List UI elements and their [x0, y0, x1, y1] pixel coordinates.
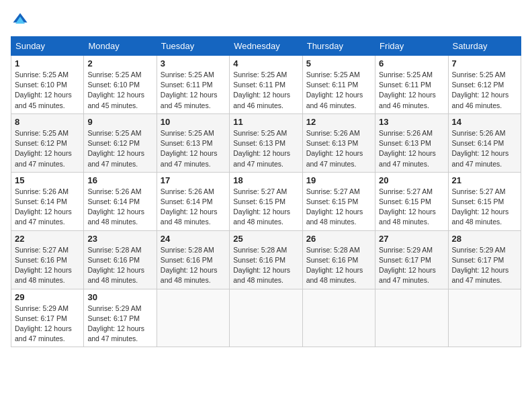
calendar-body: 1 Sunrise: 5:25 AMSunset: 6:10 PMDayligh…	[11, 56, 521, 347]
calendar-cell: 10 Sunrise: 5:25 AMSunset: 6:13 PMDaylig…	[157, 113, 229, 172]
day-number: 21	[452, 175, 517, 185]
calendar-cell: 4 Sunrise: 5:25 AMSunset: 6:11 PMDayligh…	[230, 56, 302, 114]
calendar-cell: 27 Sunrise: 5:29 AMSunset: 6:17 PMDaylig…	[375, 230, 448, 289]
day-detail: Sunrise: 5:25 AMSunset: 6:10 PMDaylight:…	[87, 71, 144, 109]
day-detail: Sunrise: 5:26 AMSunset: 6:14 PMDaylight:…	[161, 187, 218, 226]
day-detail: Sunrise: 5:29 AMSunset: 6:17 PMDaylight:…	[452, 246, 509, 285]
calendar-cell: 17 Sunrise: 5:26 AMSunset: 6:14 PMDaylig…	[157, 172, 229, 230]
day-number: 7	[452, 58, 517, 68]
day-detail: Sunrise: 5:25 AMSunset: 6:13 PMDaylight:…	[161, 129, 218, 168]
day-number: 12	[306, 117, 371, 127]
weekday-header-tuesday: Tuesday	[157, 37, 229, 56]
day-number: 23	[87, 234, 152, 244]
day-number: 6	[379, 58, 444, 68]
calendar-header-row: SundayMondayTuesdayWednesdayThursdayFrid…	[11, 37, 521, 56]
calendar-cell: 13 Sunrise: 5:26 AMSunset: 6:13 PMDaylig…	[375, 113, 448, 172]
day-number: 2	[87, 58, 152, 68]
calendar-cell: 15 Sunrise: 5:26 AMSunset: 6:14 PMDaylig…	[11, 172, 84, 230]
calendar-cell: 9 Sunrise: 5:25 AMSunset: 6:12 PMDayligh…	[84, 113, 157, 172]
calendar-cell: 25 Sunrise: 5:28 AMSunset: 6:16 PMDaylig…	[230, 230, 302, 289]
calendar-cell: 2 Sunrise: 5:25 AMSunset: 6:10 PMDayligh…	[84, 56, 157, 114]
calendar-cell: 14 Sunrise: 5:26 AMSunset: 6:14 PMDaylig…	[448, 113, 521, 172]
day-detail: Sunrise: 5:25 AMSunset: 6:11 PMDaylight:…	[379, 71, 436, 109]
calendar-cell	[302, 289, 375, 347]
weekday-header-monday: Monday	[84, 37, 157, 56]
calendar-cell	[157, 289, 229, 347]
day-number: 4	[233, 58, 298, 68]
day-number: 15	[15, 175, 80, 185]
calendar-cell: 22 Sunrise: 5:27 AMSunset: 6:16 PMDaylig…	[11, 230, 84, 289]
calendar-cell: 18 Sunrise: 5:27 AMSunset: 6:15 PMDaylig…	[230, 172, 302, 230]
day-number: 10	[161, 117, 226, 127]
day-number: 30	[87, 292, 152, 302]
calendar-cell: 7 Sunrise: 5:25 AMSunset: 6:12 PMDayligh…	[448, 56, 521, 114]
day-detail: Sunrise: 5:26 AMSunset: 6:14 PMDaylight:…	[452, 129, 509, 168]
calendar-cell	[230, 289, 302, 347]
calendar-week-row: 15 Sunrise: 5:26 AMSunset: 6:14 PMDaylig…	[11, 172, 521, 230]
day-detail: Sunrise: 5:26 AMSunset: 6:14 PMDaylight:…	[87, 187, 144, 226]
calendar-week-row: 22 Sunrise: 5:27 AMSunset: 6:16 PMDaylig…	[11, 230, 521, 289]
calendar-cell	[375, 289, 448, 347]
calendar-cell: 16 Sunrise: 5:26 AMSunset: 6:14 PMDaylig…	[84, 172, 157, 230]
weekday-header-sunday: Sunday	[11, 37, 84, 56]
day-detail: Sunrise: 5:25 AMSunset: 6:11 PMDaylight:…	[233, 71, 290, 109]
logo-icon	[11, 11, 30, 30]
day-detail: Sunrise: 5:27 AMSunset: 6:15 PMDaylight:…	[233, 187, 290, 226]
calendar-cell: 30 Sunrise: 5:29 AMSunset: 6:17 PMDaylig…	[84, 289, 157, 347]
day-number: 25	[233, 234, 298, 244]
day-number: 29	[15, 292, 80, 302]
day-number: 1	[15, 58, 80, 68]
calendar-cell: 5 Sunrise: 5:25 AMSunset: 6:11 PMDayligh…	[302, 56, 375, 114]
day-number: 28	[452, 234, 517, 244]
day-number: 20	[379, 175, 444, 185]
day-detail: Sunrise: 5:26 AMSunset: 6:13 PMDaylight:…	[379, 129, 436, 168]
day-detail: Sunrise: 5:25 AMSunset: 6:13 PMDaylight:…	[233, 129, 290, 168]
day-number: 3	[161, 58, 226, 68]
day-detail: Sunrise: 5:29 AMSunset: 6:17 PMDaylight:…	[379, 246, 436, 285]
calendar-cell: 29 Sunrise: 5:29 AMSunset: 6:17 PMDaylig…	[11, 289, 84, 347]
calendar-cell: 12 Sunrise: 5:26 AMSunset: 6:13 PMDaylig…	[302, 113, 375, 172]
day-number: 24	[161, 234, 226, 244]
weekday-header-saturday: Saturday	[448, 37, 521, 56]
day-number: 22	[15, 234, 80, 244]
day-number: 13	[379, 117, 444, 127]
calendar-cell: 6 Sunrise: 5:25 AMSunset: 6:11 PMDayligh…	[375, 56, 448, 114]
day-detail: Sunrise: 5:27 AMSunset: 6:16 PMDaylight:…	[15, 246, 72, 285]
day-number: 18	[233, 175, 298, 185]
weekday-header-friday: Friday	[375, 37, 448, 56]
calendar-table: SundayMondayTuesdayWednesdayThursdayFrid…	[11, 36, 521, 347]
calendar-cell: 28 Sunrise: 5:29 AMSunset: 6:17 PMDaylig…	[448, 230, 521, 289]
logo	[11, 11, 32, 30]
day-detail: Sunrise: 5:27 AMSunset: 6:15 PMDaylight:…	[452, 187, 509, 226]
day-detail: Sunrise: 5:25 AMSunset: 6:10 PMDaylight:…	[15, 71, 72, 109]
day-detail: Sunrise: 5:28 AMSunset: 6:16 PMDaylight:…	[306, 246, 363, 285]
page-header	[11, 11, 521, 30]
day-detail: Sunrise: 5:29 AMSunset: 6:17 PMDaylight:…	[15, 304, 72, 343]
day-number: 26	[306, 234, 371, 244]
day-detail: Sunrise: 5:28 AMSunset: 6:16 PMDaylight:…	[233, 246, 290, 285]
day-detail: Sunrise: 5:26 AMSunset: 6:13 PMDaylight:…	[306, 129, 363, 168]
day-detail: Sunrise: 5:28 AMSunset: 6:16 PMDaylight:…	[87, 246, 144, 285]
weekday-header-thursday: Thursday	[302, 37, 375, 56]
calendar-cell: 3 Sunrise: 5:25 AMSunset: 6:11 PMDayligh…	[157, 56, 229, 114]
day-detail: Sunrise: 5:29 AMSunset: 6:17 PMDaylight:…	[87, 304, 144, 343]
day-number: 9	[87, 117, 152, 127]
calendar-cell: 11 Sunrise: 5:25 AMSunset: 6:13 PMDaylig…	[230, 113, 302, 172]
day-detail: Sunrise: 5:25 AMSunset: 6:11 PMDaylight:…	[161, 71, 218, 109]
day-number: 8	[15, 117, 80, 127]
calendar-cell	[448, 289, 521, 347]
calendar-cell: 19 Sunrise: 5:27 AMSunset: 6:15 PMDaylig…	[302, 172, 375, 230]
calendar-cell: 23 Sunrise: 5:28 AMSunset: 6:16 PMDaylig…	[84, 230, 157, 289]
day-number: 27	[379, 234, 444, 244]
calendar-cell: 20 Sunrise: 5:27 AMSunset: 6:15 PMDaylig…	[375, 172, 448, 230]
day-detail: Sunrise: 5:25 AMSunset: 6:12 PMDaylight:…	[15, 129, 72, 168]
day-detail: Sunrise: 5:25 AMSunset: 6:11 PMDaylight:…	[306, 71, 363, 109]
day-detail: Sunrise: 5:27 AMSunset: 6:15 PMDaylight:…	[306, 187, 363, 226]
day-number: 17	[161, 175, 226, 185]
weekday-header-wednesday: Wednesday	[230, 37, 302, 56]
day-number: 11	[233, 117, 298, 127]
day-number: 14	[452, 117, 517, 127]
day-detail: Sunrise: 5:28 AMSunset: 6:16 PMDaylight:…	[161, 246, 218, 285]
calendar-cell: 8 Sunrise: 5:25 AMSunset: 6:12 PMDayligh…	[11, 113, 84, 172]
calendar-cell: 24 Sunrise: 5:28 AMSunset: 6:16 PMDaylig…	[157, 230, 229, 289]
